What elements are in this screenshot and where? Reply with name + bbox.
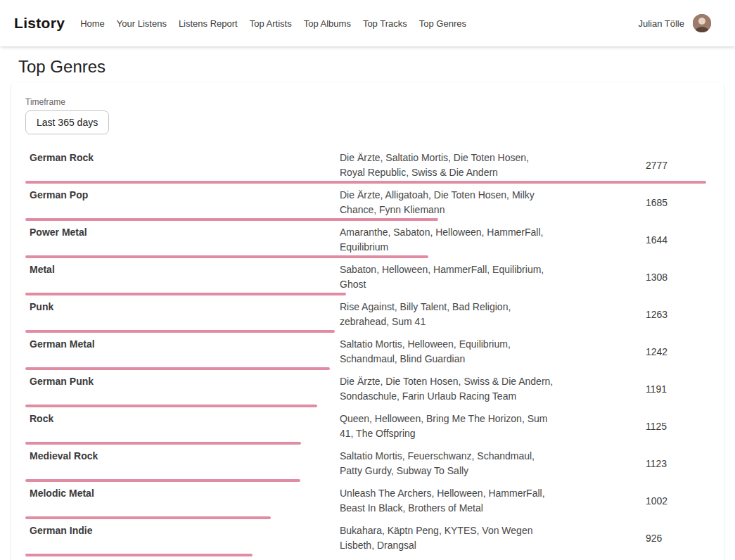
top-genres-card: Timeframe Last 365 days German Rock Die … — [11, 83, 724, 560]
genre-name: Rock — [25, 412, 340, 441]
genre-count: 1125 — [646, 421, 706, 432]
genre-name: Punk — [25, 300, 340, 329]
genre-name: German Pop — [25, 188, 340, 217]
genre-bar — [25, 218, 438, 221]
row-spacer — [554, 188, 646, 217]
timeframe-select[interactable]: Last 365 days — [25, 110, 109, 134]
genre-artists: Die Ärzte, Die Toten Hosen, Swiss & Die … — [340, 374, 554, 404]
genre-artists: Die Ärzte, Saltatio Mortis, Die Toten Ho… — [340, 151, 554, 180]
row-spacer — [554, 523, 646, 553]
genre-artists: Unleash The Archers, Helloween, HammerFa… — [340, 486, 554, 516]
avatar[interactable] — [693, 14, 711, 32]
genre-name: German Rock — [25, 151, 340, 180]
genre-count: 1685 — [646, 197, 706, 208]
genre-name: German Metal — [25, 337, 340, 367]
genre-row: Rock Queen, Helloween, Bring Me The Hori… — [25, 409, 706, 447]
user-name: Julian Tölle — [638, 18, 684, 29]
genre-count: 1002 — [646, 495, 706, 507]
genre-row: German Pop Die Ärzte, Alligatoah, Die To… — [25, 186, 706, 223]
row-spacer — [554, 412, 646, 441]
genre-row: German Metal Saltatio Mortis, Helloween,… — [25, 335, 706, 372]
genre-row: Punk Rise Against, Billy Talent, Bad Rel… — [25, 298, 706, 335]
genre-count: 2777 — [646, 160, 706, 171]
user-photo-icon — [693, 14, 711, 32]
genre-bar — [25, 554, 253, 556]
genre-artists: Saltatio Mortis, Helloween, Equilibrium,… — [340, 337, 554, 367]
genre-count: 1191 — [646, 383, 706, 395]
genre-table: German Rock Die Ärzte, Saltatio Mortis, … — [25, 148, 706, 559]
row-spacer — [554, 486, 646, 516]
genre-artists: Amaranthe, Sabaton, Helloween, HammerFal… — [340, 225, 554, 255]
genre-bar — [25, 330, 335, 333]
genre-row: Melodic Metal Unleash The Archers, Hello… — [25, 484, 706, 521]
row-spacer — [554, 225, 646, 255]
genre-name: Power Metal — [25, 225, 340, 255]
genre-name: German Indie — [25, 523, 340, 553]
navbar: Listory HomeYour ListensListens ReportTo… — [0, 0, 735, 46]
genre-artists: Queen, Helloween, Bring Me The Horizon, … — [340, 412, 554, 441]
genre-row: German Rock Die Ärzte, Saltatio Mortis, … — [25, 148, 706, 186]
genre-bar — [25, 479, 300, 482]
nav-link-home[interactable]: Home — [80, 18, 105, 29]
genre-row: Power Metal Amaranthe, Sabaton, Hellowee… — [25, 223, 706, 260]
nav-link-top-artists[interactable]: Top Artists — [250, 18, 292, 29]
nav-link-listens-report[interactable]: Listens Report — [179, 18, 238, 29]
genre-bar — [25, 181, 706, 184]
user-menu[interactable]: Julian Tölle — [638, 14, 711, 32]
row-spacer — [554, 151, 646, 180]
genre-bar — [25, 255, 428, 258]
genre-bar — [25, 516, 271, 519]
genre-bar — [25, 367, 330, 370]
page-title: Top Genres — [18, 57, 735, 77]
row-spacer — [554, 300, 646, 329]
row-spacer — [554, 374, 646, 404]
genre-name: Melodic Metal — [25, 486, 340, 516]
genre-count: 1644 — [646, 234, 706, 246]
genre-bar — [25, 405, 317, 407]
timeframe-value: Last 365 days — [37, 117, 98, 128]
genre-bar — [25, 442, 301, 445]
main-nav: HomeYour ListensListens ReportTop Artist… — [80, 18, 638, 29]
genre-count: 1123 — [646, 458, 706, 469]
app-logo[interactable]: Listory — [14, 15, 65, 32]
genre-artists: Rise Against, Billy Talent, Bad Religion… — [340, 300, 554, 329]
timeframe-label: Timeframe — [25, 97, 706, 107]
genre-name: German Punk — [25, 374, 340, 404]
nav-link-top-genres[interactable]: Top Genres — [419, 18, 466, 29]
nav-link-your-listens[interactable]: Your Listens — [117, 18, 167, 29]
genre-count: 926 — [646, 533, 706, 544]
genre-count: 1242 — [646, 346, 706, 357]
genre-bar — [25, 293, 346, 295]
genre-row: German Indie Bukahara, Käptn Peng, KYTES… — [25, 521, 706, 559]
genre-count: 1263 — [646, 309, 706, 320]
row-spacer — [554, 337, 646, 367]
genre-name: Medieval Rock — [25, 449, 340, 478]
genre-name: Metal — [25, 262, 340, 292]
genre-artists: Sabaton, Helloween, HammerFall, Equilibr… — [340, 262, 554, 292]
genre-count: 1308 — [646, 272, 706, 283]
timeframe-filter: Timeframe Last 365 days — [25, 97, 706, 134]
genre-artists: Bukahara, Käptn Peng, KYTES, Von Wegen L… — [340, 523, 554, 553]
genre-row: Metal Sabaton, Helloween, HammerFall, Eq… — [25, 260, 706, 298]
genre-artists: Saltatio Mortis, Feuerschwanz, Schandmau… — [340, 449, 554, 478]
nav-link-top-tracks[interactable]: Top Tracks — [363, 18, 407, 29]
genre-row: Medieval Rock Saltatio Mortis, Feuerschw… — [25, 447, 706, 484]
row-spacer — [554, 449, 646, 478]
row-spacer — [554, 262, 646, 292]
genre-artists: Die Ärzte, Alligatoah, Die Toten Hosen, … — [340, 188, 554, 217]
genre-row: German Punk Die Ärzte, Die Toten Hosen, … — [25, 372, 706, 409]
nav-link-top-albums[interactable]: Top Albums — [304, 18, 351, 29]
